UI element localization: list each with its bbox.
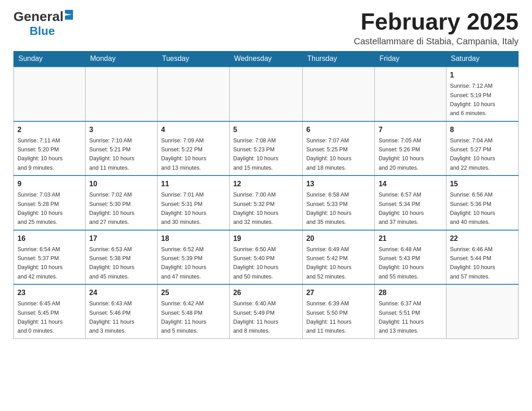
day-number: 21 bbox=[378, 233, 442, 244]
day-info: Sunrise: 7:08 AM Sunset: 5:23 PM Dayligh… bbox=[233, 137, 279, 171]
table-row: 27Sunrise: 6:39 AM Sunset: 5:50 PM Dayli… bbox=[302, 284, 375, 338]
day-info: Sunrise: 7:10 AM Sunset: 5:21 PM Dayligh… bbox=[89, 137, 134, 171]
month-title: February 2025 bbox=[354, 9, 519, 34]
day-info: Sunrise: 6:49 AM Sunset: 5:42 PM Dayligh… bbox=[306, 246, 352, 280]
day-info: Sunrise: 6:53 AM Sunset: 5:38 PM Dayligh… bbox=[89, 246, 134, 280]
day-info: Sunrise: 7:03 AM Sunset: 5:28 PM Dayligh… bbox=[17, 192, 63, 225]
table-row: 22Sunrise: 6:46 AM Sunset: 5:44 PM Dayli… bbox=[446, 230, 518, 285]
day-number: 7 bbox=[378, 124, 442, 135]
table-row bbox=[14, 67, 86, 121]
day-number: 14 bbox=[378, 179, 442, 189]
day-info: Sunrise: 7:07 AM Sunset: 5:25 PM Dayligh… bbox=[306, 137, 352, 171]
table-row: 24Sunrise: 6:43 AM Sunset: 5:46 PM Dayli… bbox=[86, 284, 158, 338]
calendar-week-row: 9Sunrise: 7:03 AM Sunset: 5:28 PM Daylig… bbox=[14, 176, 519, 230]
col-sunday: Sunday bbox=[14, 51, 86, 67]
logo: General Blue bbox=[13, 9, 73, 38]
table-row: 10Sunrise: 7:02 AM Sunset: 5:30 PM Dayli… bbox=[86, 176, 158, 230]
col-thursday: Thursday bbox=[302, 51, 375, 67]
table-row: 3Sunrise: 7:10 AM Sunset: 5:21 PM Daylig… bbox=[86, 121, 158, 176]
table-row bbox=[157, 67, 229, 121]
table-row: 25Sunrise: 6:42 AM Sunset: 5:48 PM Dayli… bbox=[157, 284, 229, 338]
table-row: 12Sunrise: 7:00 AM Sunset: 5:32 PM Dayli… bbox=[229, 176, 302, 230]
day-number: 4 bbox=[161, 124, 226, 135]
day-info: Sunrise: 6:42 AM Sunset: 5:48 PM Dayligh… bbox=[161, 300, 206, 334]
table-row: 4Sunrise: 7:09 AM Sunset: 5:22 PM Daylig… bbox=[157, 121, 229, 176]
day-number: 10 bbox=[89, 179, 154, 189]
table-row: 19Sunrise: 6:50 AM Sunset: 5:40 PM Dayli… bbox=[229, 230, 302, 285]
table-row: 1Sunrise: 7:12 AM Sunset: 5:19 PM Daylig… bbox=[446, 67, 518, 121]
day-number: 20 bbox=[306, 233, 371, 244]
day-info: Sunrise: 6:52 AM Sunset: 5:39 PM Dayligh… bbox=[161, 246, 206, 280]
day-number: 24 bbox=[89, 287, 154, 298]
calendar-week-row: 1Sunrise: 7:12 AM Sunset: 5:19 PM Daylig… bbox=[14, 67, 519, 121]
day-info: Sunrise: 6:39 AM Sunset: 5:50 PM Dayligh… bbox=[306, 300, 352, 334]
day-number: 25 bbox=[161, 287, 226, 298]
table-row: 21Sunrise: 6:48 AM Sunset: 5:43 PM Dayli… bbox=[375, 230, 446, 285]
calendar-week-row: 2Sunrise: 7:11 AM Sunset: 5:20 PM Daylig… bbox=[14, 121, 519, 176]
location-title: Castellammare di Stabia, Campania, Italy bbox=[354, 36, 519, 47]
day-info: Sunrise: 6:57 AM Sunset: 5:34 PM Dayligh… bbox=[378, 192, 424, 225]
table-row: 26Sunrise: 6:40 AM Sunset: 5:49 PM Dayli… bbox=[229, 284, 302, 338]
table-row: 20Sunrise: 6:49 AM Sunset: 5:42 PM Dayli… bbox=[302, 230, 375, 285]
day-number: 13 bbox=[306, 179, 371, 189]
day-info: Sunrise: 7:01 AM Sunset: 5:31 PM Dayligh… bbox=[161, 192, 206, 225]
day-number: 1 bbox=[450, 70, 515, 81]
day-info: Sunrise: 7:12 AM Sunset: 5:19 PM Dayligh… bbox=[450, 83, 495, 116]
calendar-table: Sunday Monday Tuesday Wednesday Thursday… bbox=[13, 51, 519, 339]
table-row: 8Sunrise: 7:04 AM Sunset: 5:27 PM Daylig… bbox=[446, 121, 518, 176]
day-number: 3 bbox=[89, 124, 154, 135]
logo-general-text: General bbox=[13, 9, 64, 24]
day-number: 15 bbox=[450, 179, 515, 189]
svg-marker-0 bbox=[65, 10, 73, 15]
table-row bbox=[375, 67, 446, 121]
day-number: 2 bbox=[17, 124, 82, 135]
day-info: Sunrise: 6:54 AM Sunset: 5:37 PM Dayligh… bbox=[17, 246, 63, 280]
table-row bbox=[446, 284, 518, 338]
calendar-week-row: 23Sunrise: 6:45 AM Sunset: 5:45 PM Dayli… bbox=[14, 284, 519, 338]
col-friday: Friday bbox=[375, 51, 446, 67]
svg-marker-1 bbox=[65, 14, 73, 20]
day-info: Sunrise: 7:05 AM Sunset: 5:26 PM Dayligh… bbox=[378, 137, 424, 171]
day-number: 28 bbox=[378, 287, 442, 298]
day-info: Sunrise: 7:09 AM Sunset: 5:22 PM Dayligh… bbox=[161, 137, 206, 171]
table-row: 15Sunrise: 6:56 AM Sunset: 5:36 PM Dayli… bbox=[446, 176, 518, 230]
table-row: 9Sunrise: 7:03 AM Sunset: 5:28 PM Daylig… bbox=[14, 176, 86, 230]
table-row: 18Sunrise: 6:52 AM Sunset: 5:39 PM Dayli… bbox=[157, 230, 229, 285]
table-row: 11Sunrise: 7:01 AM Sunset: 5:31 PM Dayli… bbox=[157, 176, 229, 230]
day-info: Sunrise: 7:11 AM Sunset: 5:20 PM Dayligh… bbox=[17, 137, 63, 171]
day-info: Sunrise: 6:56 AM Sunset: 5:36 PM Dayligh… bbox=[450, 192, 495, 225]
col-tuesday: Tuesday bbox=[157, 51, 229, 67]
logo-flag-icon bbox=[65, 10, 73, 20]
col-monday: Monday bbox=[86, 51, 158, 67]
day-info: Sunrise: 6:40 AM Sunset: 5:49 PM Dayligh… bbox=[233, 300, 279, 334]
table-row: 7Sunrise: 7:05 AM Sunset: 5:26 PM Daylig… bbox=[375, 121, 446, 176]
day-number: 19 bbox=[233, 233, 299, 244]
table-row: 2Sunrise: 7:11 AM Sunset: 5:20 PM Daylig… bbox=[14, 121, 86, 176]
table-row: 16Sunrise: 6:54 AM Sunset: 5:37 PM Dayli… bbox=[14, 230, 86, 285]
table-row bbox=[229, 67, 302, 121]
day-number: 12 bbox=[233, 179, 299, 189]
table-row: 14Sunrise: 6:57 AM Sunset: 5:34 PM Dayli… bbox=[375, 176, 446, 230]
day-number: 8 bbox=[450, 124, 515, 135]
day-number: 9 bbox=[17, 179, 82, 189]
day-info: Sunrise: 6:37 AM Sunset: 5:51 PM Dayligh… bbox=[378, 300, 424, 334]
day-info: Sunrise: 6:45 AM Sunset: 5:45 PM Dayligh… bbox=[17, 300, 63, 334]
day-number: 22 bbox=[450, 233, 515, 244]
day-number: 26 bbox=[233, 287, 299, 298]
day-info: Sunrise: 7:02 AM Sunset: 5:30 PM Dayligh… bbox=[89, 192, 134, 225]
col-wednesday: Wednesday bbox=[229, 51, 302, 67]
day-info: Sunrise: 6:46 AM Sunset: 5:44 PM Dayligh… bbox=[450, 246, 495, 280]
day-number: 11 bbox=[161, 179, 226, 189]
day-number: 23 bbox=[17, 287, 82, 298]
day-info: Sunrise: 7:04 AM Sunset: 5:27 PM Dayligh… bbox=[450, 137, 495, 171]
table-row: 5Sunrise: 7:08 AM Sunset: 5:23 PM Daylig… bbox=[229, 121, 302, 176]
day-info: Sunrise: 7:00 AM Sunset: 5:32 PM Dayligh… bbox=[233, 192, 279, 225]
logo-blue-text: Blue bbox=[30, 24, 55, 38]
table-row bbox=[86, 67, 158, 121]
day-number: 27 bbox=[306, 287, 371, 298]
day-number: 6 bbox=[306, 124, 371, 135]
table-row: 17Sunrise: 6:53 AM Sunset: 5:38 PM Dayli… bbox=[86, 230, 158, 285]
day-number: 18 bbox=[161, 233, 226, 244]
day-info: Sunrise: 6:43 AM Sunset: 5:46 PM Dayligh… bbox=[89, 300, 134, 334]
page-header: General Blue February 2025 Castellammare… bbox=[13, 9, 519, 47]
